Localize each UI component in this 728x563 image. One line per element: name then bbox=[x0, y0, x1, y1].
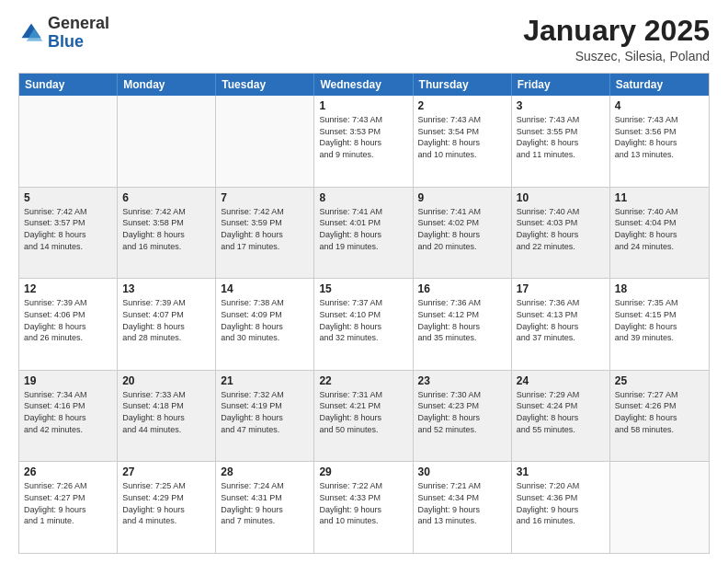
cell-info-line: and 30 minutes. bbox=[221, 332, 309, 344]
cell-info-line: Daylight: 9 hours bbox=[122, 504, 210, 516]
cell-info-line: Daylight: 8 hours bbox=[517, 321, 605, 333]
cell-info-line: Sunset: 4:19 PM bbox=[221, 400, 309, 412]
day-number: 5 bbox=[24, 191, 112, 204]
cell-info-line: Sunset: 4:12 PM bbox=[418, 309, 506, 321]
cell-info-line: Daylight: 8 hours bbox=[221, 229, 309, 241]
cell-info-line: and 10 minutes. bbox=[418, 149, 506, 161]
cell-info-line: and 22 minutes. bbox=[517, 241, 605, 253]
cell-info-line: Sunset: 4:21 PM bbox=[319, 400, 407, 412]
cell-info-line: Daylight: 8 hours bbox=[319, 321, 407, 333]
day-cell-16: 16Sunrise: 7:36 AMSunset: 4:12 PMDayligh… bbox=[414, 279, 512, 370]
cell-info-line: Sunset: 4:29 PM bbox=[122, 492, 210, 504]
cell-info-line: Daylight: 8 hours bbox=[517, 412, 605, 424]
cell-info-line: and 47 minutes. bbox=[221, 424, 309, 436]
calendar-row-2: 12Sunrise: 7:39 AMSunset: 4:06 PMDayligh… bbox=[19, 279, 709, 371]
day-cell-17: 17Sunrise: 7:36 AMSunset: 4:13 PMDayligh… bbox=[512, 279, 610, 370]
logo-general-text: General bbox=[48, 14, 109, 32]
cell-info-line: Sunset: 3:57 PM bbox=[24, 217, 112, 229]
calendar: SundayMondayTuesdayWednesdayThursdayFrid… bbox=[18, 73, 710, 554]
cell-info-line: Sunrise: 7:24 AM bbox=[221, 480, 309, 492]
day-number: 11 bbox=[615, 191, 704, 204]
cell-info-line: Sunrise: 7:26 AM bbox=[24, 480, 112, 492]
cell-info-line: Sunrise: 7:36 AM bbox=[517, 297, 605, 309]
cell-info-line: Sunset: 4:15 PM bbox=[615, 309, 704, 321]
day-number: 28 bbox=[221, 465, 309, 478]
cell-info-line: Sunrise: 7:34 AM bbox=[24, 389, 112, 401]
cell-info-line: and 7 minutes. bbox=[221, 515, 309, 527]
day-cell-27: 27Sunrise: 7:25 AMSunset: 4:29 PMDayligh… bbox=[118, 462, 216, 553]
cell-info-line: Sunrise: 7:38 AM bbox=[221, 297, 309, 309]
cell-info-line: Daylight: 8 hours bbox=[615, 321, 704, 333]
cell-info-line: Sunrise: 7:43 AM bbox=[615, 114, 704, 126]
cell-info-line: Sunset: 4:33 PM bbox=[319, 492, 407, 504]
day-cell-9: 9Sunrise: 7:41 AMSunset: 4:02 PMDaylight… bbox=[414, 188, 512, 279]
cell-info-line: Daylight: 9 hours bbox=[221, 504, 309, 516]
cell-info-line: Daylight: 8 hours bbox=[517, 229, 605, 241]
weekday-header-saturday: Saturday bbox=[610, 74, 709, 96]
day-cell-13: 13Sunrise: 7:39 AMSunset: 4:07 PMDayligh… bbox=[118, 279, 216, 370]
cell-info-line: Sunset: 4:24 PM bbox=[517, 400, 605, 412]
page: General Blue January 2025 Suszec, Silesi… bbox=[0, 0, 728, 563]
cell-info-line: Sunrise: 7:31 AM bbox=[319, 389, 407, 401]
cell-info-line: Sunset: 3:58 PM bbox=[122, 217, 210, 229]
day-number: 12 bbox=[24, 282, 112, 295]
weekday-header-wednesday: Wednesday bbox=[314, 74, 413, 96]
cell-info-line: and 16 minutes. bbox=[517, 515, 605, 527]
cell-info-line: and 35 minutes. bbox=[418, 332, 506, 344]
day-cell-30: 30Sunrise: 7:21 AMSunset: 4:34 PMDayligh… bbox=[414, 462, 512, 553]
cell-info-line: Daylight: 8 hours bbox=[418, 229, 506, 241]
logo-text: General Blue bbox=[48, 15, 109, 52]
cell-info-line: Sunrise: 7:29 AM bbox=[517, 389, 605, 401]
cell-info-line: Sunrise: 7:39 AM bbox=[122, 297, 210, 309]
cell-info-line: Sunrise: 7:22 AM bbox=[319, 480, 407, 492]
day-number: 7 bbox=[221, 191, 309, 204]
logo-blue-text: Blue bbox=[48, 32, 84, 51]
day-cell-8: 8Sunrise: 7:41 AMSunset: 4:01 PMDaylight… bbox=[314, 188, 413, 279]
day-number: 14 bbox=[221, 282, 309, 295]
cell-info-line: Daylight: 8 hours bbox=[319, 229, 407, 241]
cell-info-line: Sunrise: 7:37 AM bbox=[319, 297, 407, 309]
day-cell-11: 11Sunrise: 7:40 AMSunset: 4:04 PMDayligh… bbox=[610, 188, 709, 279]
cell-info-line: Sunset: 4:23 PM bbox=[418, 400, 506, 412]
cell-info-line: Sunset: 4:18 PM bbox=[122, 400, 210, 412]
day-number: 16 bbox=[418, 282, 506, 295]
weekday-header-thursday: Thursday bbox=[414, 74, 512, 96]
day-number: 9 bbox=[418, 191, 506, 204]
cell-info-line: Sunset: 4:07 PM bbox=[122, 309, 210, 321]
cell-info-line: Sunset: 4:03 PM bbox=[517, 217, 605, 229]
cell-info-line: and 20 minutes. bbox=[418, 241, 506, 253]
cell-info-line: Sunrise: 7:42 AM bbox=[221, 206, 309, 218]
cell-info-line: Sunset: 4:09 PM bbox=[221, 309, 309, 321]
day-number: 22 bbox=[319, 374, 407, 387]
cell-info-line: Sunrise: 7:39 AM bbox=[24, 297, 112, 309]
empty-cell-0-2 bbox=[216, 96, 314, 187]
day-number: 13 bbox=[122, 282, 210, 295]
cell-info-line: and 16 minutes. bbox=[122, 241, 210, 253]
cell-info-line: Sunrise: 7:42 AM bbox=[122, 206, 210, 218]
calendar-body: 1Sunrise: 7:43 AMSunset: 3:53 PMDaylight… bbox=[19, 96, 709, 553]
weekday-header-sunday: Sunday bbox=[19, 74, 118, 96]
cell-info-line: Sunrise: 7:21 AM bbox=[418, 480, 506, 492]
day-cell-28: 28Sunrise: 7:24 AMSunset: 4:31 PMDayligh… bbox=[216, 462, 314, 553]
cell-info-line: Sunset: 3:55 PM bbox=[517, 126, 605, 138]
day-number: 4 bbox=[615, 99, 704, 112]
day-cell-21: 21Sunrise: 7:32 AMSunset: 4:19 PMDayligh… bbox=[216, 371, 314, 462]
cell-info-line: and 50 minutes. bbox=[319, 424, 407, 436]
cell-info-line: and 11 minutes. bbox=[517, 149, 605, 161]
cell-info-line: and 19 minutes. bbox=[319, 241, 407, 253]
cell-info-line: Sunrise: 7:41 AM bbox=[418, 206, 506, 218]
day-number: 1 bbox=[319, 99, 407, 112]
cell-info-line: and 37 minutes. bbox=[517, 332, 605, 344]
day-cell-10: 10Sunrise: 7:40 AMSunset: 4:03 PMDayligh… bbox=[512, 188, 610, 279]
empty-cell-4-6 bbox=[610, 462, 709, 553]
cell-info-line: Sunrise: 7:40 AM bbox=[615, 206, 704, 218]
cell-info-line: Sunset: 3:53 PM bbox=[319, 126, 407, 138]
cell-info-line: Daylight: 8 hours bbox=[319, 137, 407, 149]
cell-info-line: Sunset: 4:02 PM bbox=[418, 217, 506, 229]
day-number: 10 bbox=[517, 191, 605, 204]
day-number: 8 bbox=[319, 191, 407, 204]
cell-info-line: Daylight: 9 hours bbox=[319, 504, 407, 516]
cell-info-line: and 14 minutes. bbox=[24, 241, 112, 253]
day-cell-18: 18Sunrise: 7:35 AMSunset: 4:15 PMDayligh… bbox=[610, 279, 709, 370]
cell-info-line: Daylight: 8 hours bbox=[615, 229, 704, 241]
